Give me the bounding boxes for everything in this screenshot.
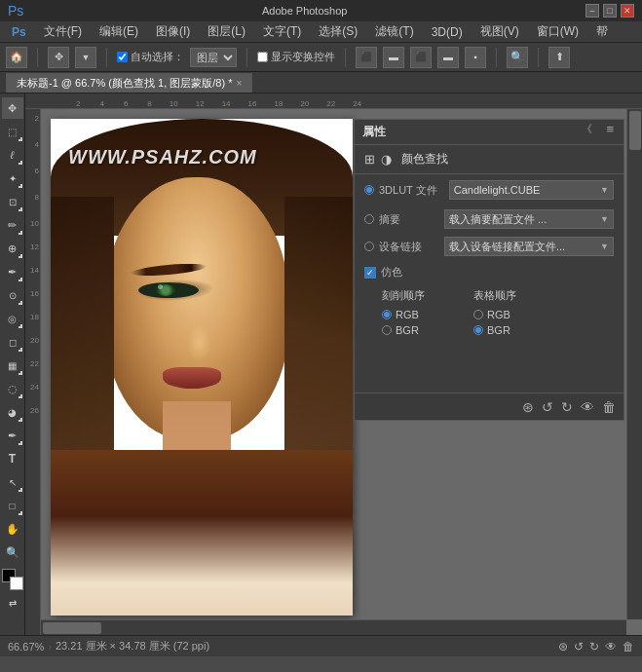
layer-select[interactable]: 图层	[190, 48, 237, 67]
dither-options: 刻削顺序 RGB BGR 表格顺序	[355, 284, 623, 344]
healing-tool[interactable]: ⊕	[2, 238, 23, 259]
mask-icon: ◑	[381, 152, 392, 167]
abstract-row: 摘要 载入摘要配置文件 ... ▼	[355, 205, 623, 233]
device-label: 设备链接	[379, 240, 422, 254]
align-right-icon[interactable]: ⬛	[410, 47, 432, 68]
horizontal-scrollbar[interactable]	[41, 619, 626, 635]
status-icon-redo[interactable]: ↻	[589, 640, 599, 653]
auto-select-checkbox[interactable]: 自动选择：	[117, 50, 184, 64]
menu-text[interactable]: 文字(T)	[255, 21, 309, 42]
minimize-button[interactable]: –	[585, 4, 599, 18]
close-button[interactable]: ✕	[621, 4, 634, 18]
table-order-bgr-radio[interactable]	[473, 325, 483, 335]
blur-tool[interactable]: ◌	[2, 378, 23, 399]
menu-view[interactable]: 视图(V)	[472, 21, 527, 42]
show-transform-checkbox[interactable]: 显示变换控件	[257, 50, 335, 64]
3dlut-value: Candlelight.CUBE	[454, 184, 541, 196]
panel-collapse-controls: 《	[580, 120, 594, 138]
panel-icon-mask[interactable]: ⊛	[522, 399, 534, 415]
panel-bottom-toolbar: ⊛ ↺ ↻ 👁 🗑	[355, 392, 623, 420]
abstract-dropdown[interactable]: 载入摘要配置文件 ... ▼	[444, 209, 614, 229]
move-options-icon[interactable]: ▼	[75, 47, 96, 68]
3dlut-label: 3DLUT 文件	[379, 183, 437, 198]
status-icon-trash[interactable]: 🗑	[623, 640, 634, 653]
menu-filter[interactable]: 滤镜(T)	[367, 21, 421, 42]
vertical-scrollbar[interactable]	[626, 109, 642, 619]
lasso-tool[interactable]: ℓ	[2, 144, 23, 166]
status-separator: ›	[48, 641, 52, 653]
gradient-tool[interactable]: ▦	[2, 355, 23, 376]
shape-tool[interactable]: □	[2, 495, 23, 516]
distribute-icon[interactable]: ▪	[465, 47, 486, 68]
3dlut-dropdown[interactable]: Candlelight.CUBE ▼	[449, 180, 614, 200]
3dlut-radio[interactable]	[364, 185, 374, 195]
tab-close-icon[interactable]: ×	[236, 78, 242, 89]
tab-bar: 未标题-1 @ 66.7% (颜色查找 1, 图层蒙版/8) * ×	[0, 72, 642, 93]
dither-checkbox[interactable]	[364, 267, 376, 279]
pen-tool[interactable]: ✒	[2, 425, 23, 446]
path-selection-tool[interactable]: ↖	[2, 471, 23, 493]
maximize-button[interactable]: □	[603, 4, 617, 18]
zoom-tool[interactable]: 🔍	[2, 541, 23, 563]
abstract-radio[interactable]	[364, 214, 374, 224]
title-bar: Ps Adobe Photoshop – □ ✕	[0, 0, 642, 21]
dither-order-rgb[interactable]: RGB	[382, 309, 425, 320]
toolbar-sep-2	[106, 48, 107, 67]
ruler-left: 2 4 6 8 10 12 14 16 18 20 22 24 26	[25, 109, 41, 635]
eraser-tool[interactable]: ◻	[2, 331, 23, 353]
dither-order-bgr[interactable]: BGR	[382, 324, 425, 336]
menu-help[interactable]: 帮	[588, 21, 616, 42]
brush-tool[interactable]: ✒	[2, 261, 23, 282]
menu-layer[interactable]: 图层(L)	[200, 21, 253, 42]
search-icon[interactable]: 🔍	[507, 47, 528, 68]
menu-window[interactable]: 窗口(W)	[529, 21, 586, 42]
align-center-icon[interactable]: ▬	[383, 47, 404, 68]
panel-icon-undo[interactable]: ↺	[542, 399, 553, 415]
device-dropdown[interactable]: 载入设备链接配置文件... ▼	[444, 237, 614, 256]
move-tool[interactable]: ✥	[2, 97, 23, 119]
panel-arrow-left[interactable]: 《	[582, 122, 592, 136]
text-tool[interactable]: T	[2, 448, 23, 469]
menu-select[interactable]: 选择(S)	[311, 21, 365, 42]
device-arrow: ▼	[600, 242, 609, 251]
menu-image[interactable]: 图像(I)	[148, 21, 198, 42]
align-left-icon[interactable]: ⬛	[356, 47, 377, 68]
device-link-row: 设备链接 载入设备链接配置文件... ▼	[355, 233, 623, 260]
table-order-col: 表格顺序 RGB BGR	[473, 288, 516, 336]
hand-tool[interactable]: ✋	[2, 518, 23, 540]
crop-tool[interactable]: ⊡	[2, 191, 23, 212]
table-order-rgb[interactable]: RGB	[473, 309, 516, 320]
document: WWW.PSAHZ.COM	[51, 119, 353, 616]
history-tool[interactable]: ◎	[2, 308, 23, 329]
dither-order-rgb-radio[interactable]	[382, 310, 392, 319]
align-top-icon[interactable]: ▬	[437, 47, 459, 68]
clone-tool[interactable]: ⊙	[2, 284, 23, 306]
table-order-rgb-radio[interactable]	[473, 310, 483, 319]
status-icon-eye[interactable]: 👁	[605, 640, 617, 653]
dodge-tool[interactable]: ◕	[2, 401, 23, 423]
status-icon-cloud[interactable]: ⊛	[558, 640, 568, 653]
dither-order-bgr-radio[interactable]	[382, 325, 392, 335]
eyedropper-tool[interactable]: ✏	[2, 214, 23, 236]
menu-ps[interactable]: Ps	[4, 23, 34, 41]
share-icon[interactable]: ⬆	[548, 47, 570, 68]
panel-icon-delete[interactable]: 🗑	[602, 399, 616, 415]
menu-3d[interactable]: 3D(D)	[424, 23, 471, 41]
menu-file[interactable]: 文件(F)	[36, 21, 90, 42]
home-icon[interactable]: 🏠	[6, 47, 27, 68]
panel-icon-redo[interactable]: ↻	[561, 399, 573, 415]
magic-wand-tool[interactable]: ✦	[2, 168, 23, 189]
menu-edit[interactable]: 编辑(E)	[92, 21, 146, 42]
foreground-color[interactable]	[2, 569, 23, 590]
document-tab[interactable]: 未标题-1 @ 66.7% (颜色查找 1, 图层蒙版/8) * ×	[6, 73, 252, 93]
swap-colors-icon[interactable]: ⇄	[2, 592, 23, 614]
device-radio[interactable]	[364, 242, 374, 251]
abstract-value: 载入摘要配置文件 ...	[449, 212, 547, 227]
selection-tool[interactable]: ⬚	[2, 121, 23, 142]
move-tool-icon[interactable]: ✥	[48, 47, 69, 68]
dither-label: 仿色	[381, 265, 402, 280]
panel-icon-eye[interactable]: 👁	[581, 399, 594, 415]
table-order-bgr[interactable]: BGR	[473, 324, 516, 336]
panel-menu-icon[interactable]: ≡	[604, 120, 616, 138]
status-icon-undo[interactable]: ↺	[574, 640, 584, 653]
